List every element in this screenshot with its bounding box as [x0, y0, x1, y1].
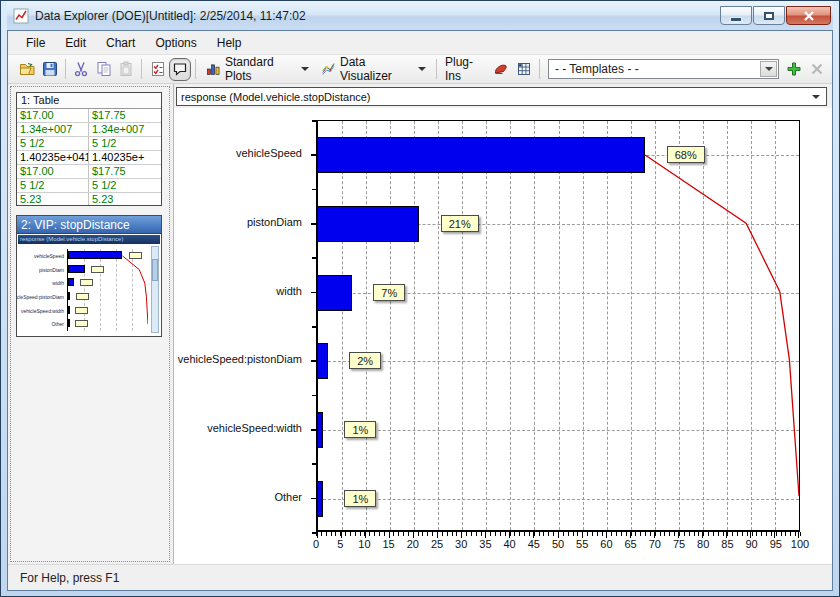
x-tick-label: 80: [697, 538, 709, 550]
comment-bubble-button[interactable]: [169, 58, 191, 81]
x-tick-label: 35: [479, 538, 491, 550]
vip-panel-title[interactable]: 2: VIP: stopDistance: [17, 216, 161, 234]
open-file-button[interactable]: [16, 58, 38, 81]
maximize-icon: [764, 12, 774, 20]
x-tick-label: 90: [745, 538, 757, 550]
delete-template-button[interactable]: [805, 58, 827, 81]
bar-value-label: 7%: [373, 284, 405, 301]
plugin-grid-button[interactable]: [512, 58, 534, 81]
window-title: Data Explorer (DOE)[Untitled]: 2/25/2014…: [35, 9, 712, 23]
table-cell: $17.75: [89, 109, 161, 122]
y-axis-labels: vehicleSpeedpistonDiamwidthvehicleSpeed:…: [174, 120, 308, 532]
x-tick-label: 70: [649, 538, 661, 550]
table-row[interactable]: 1.34e+0071.34e+007: [17, 123, 161, 137]
menu-help[interactable]: Help: [207, 33, 252, 53]
chevron-down-icon: [301, 67, 309, 75]
response-selector-value: response (Model.vehicle.stopDistance): [177, 91, 812, 103]
category-label: vehicleSpeed:width: [207, 422, 302, 434]
copy-button[interactable]: [92, 58, 114, 81]
toolbar: Standard Plots Data Visualizer Plug-Ins …: [8, 55, 832, 84]
menu-edit[interactable]: Edit: [55, 33, 96, 53]
table-row[interactable]: $17.00$17.75: [17, 109, 161, 123]
close-button[interactable]: [786, 6, 831, 25]
add-template-button[interactable]: [783, 58, 805, 81]
app-window: Data Explorer (DOE)[Untitled]: 2/25/2014…: [0, 0, 840, 597]
y-axis-tick: [312, 120, 316, 122]
paste-icon: [118, 61, 134, 77]
menu-options[interactable]: Options: [145, 33, 206, 53]
open-file-icon: [19, 61, 35, 77]
thumb-category-label: vehicleSpeed: [34, 253, 64, 259]
thumb-category-label: pistonDiam: [39, 267, 64, 273]
vip-thumbnail-header: response (Model.vehicle.stopDistance): [18, 235, 160, 244]
maximize-button[interactable]: [753, 6, 785, 25]
standard-plots-button[interactable]: Standard Plots: [200, 58, 315, 81]
title-bar[interactable]: Data Explorer (DOE)[Untitled]: 2/25/2014…: [7, 1, 833, 30]
scrollbar-thumb[interactable]: [152, 259, 158, 281]
table-cell: 5 1/2: [17, 179, 89, 192]
x-tick-label: 20: [407, 538, 419, 550]
save-button[interactable]: [38, 58, 60, 81]
table-cell: $17.00: [17, 165, 89, 178]
vip-thumbnail-scrollbar[interactable]: [151, 246, 159, 333]
thumb-category-label: width: [52, 280, 64, 286]
table-cell: 5 1/2: [89, 137, 161, 150]
data-visualizer-button[interactable]: Data Visualizer: [315, 58, 432, 81]
response-selector-row: response (Model.vehicle.stopDistance): [174, 84, 832, 108]
checklist-button[interactable]: [146, 58, 168, 81]
y-axis-tick: [311, 498, 316, 500]
table-panel[interactable]: 1: Table $17.00$17.751.34e+0071.34e+0075…: [16, 92, 162, 206]
x-tick-label: 60: [600, 538, 612, 550]
templates-combobox[interactable]: - - Templates - -: [548, 59, 779, 79]
x-tick-label: 95: [770, 538, 782, 550]
cut-button[interactable]: [70, 58, 92, 81]
bar-value-label: 2%: [349, 352, 381, 369]
vip-thumbnail-chart: vehicleSpeedpistonDiamwidthvehicleSpeed:…: [19, 247, 150, 333]
chevron-down-icon: [765, 67, 773, 75]
bar-value-label: 68%: [667, 146, 705, 163]
table-panel-title[interactable]: 1: Table: [17, 93, 161, 109]
x-tick-label: 100: [791, 538, 809, 550]
x-tick-label: 10: [358, 538, 370, 550]
x-tick-label: 25: [431, 538, 443, 550]
table-row[interactable]: 1.40235e+0411.40235e+: [17, 151, 161, 165]
pareto-chart: vehicleSpeedpistonDiamwidthvehicleSpeed:…: [174, 108, 832, 564]
app-icon: [13, 8, 29, 24]
plugin-red-icon: [493, 61, 509, 77]
data-visualizer-icon: [321, 61, 336, 77]
toolbar-separator: [539, 59, 540, 79]
category-label: vehicleSpeed: [236, 147, 302, 159]
save-icon: [42, 61, 58, 77]
x-tick-label: 65: [624, 538, 636, 550]
table-row[interactable]: 5.235.23: [17, 193, 161, 206]
thumb-category-label: vehicleSpeed:width: [21, 308, 64, 314]
table-cell: $17.75: [89, 165, 161, 178]
table-row[interactable]: 5 1/25 1/2: [17, 137, 161, 151]
y-axis-tick: [311, 360, 316, 362]
menu-chart[interactable]: Chart: [96, 33, 145, 53]
plugin-grid-icon: [516, 61, 532, 77]
table-cell: 5.23: [89, 193, 161, 206]
cumulative-line: [318, 121, 799, 530]
paste-button[interactable]: [115, 58, 137, 81]
templates-dropdown-button[interactable]: [760, 61, 777, 77]
table-row[interactable]: $17.00$17.75: [17, 165, 161, 179]
table-row[interactable]: 5 1/25 1/2: [17, 179, 161, 193]
plugin-red-button[interactable]: [490, 58, 512, 81]
menu-file[interactable]: File: [16, 33, 55, 53]
response-selector[interactable]: response (Model.vehicle.stopDistance): [176, 87, 827, 106]
vip-thumbnail[interactable]: response (Model.vehicle.stopDistance) ve…: [17, 234, 161, 336]
add-template-icon: [786, 61, 802, 77]
x-axis-labels: 0510152025303540455055606570758085909510…: [316, 538, 800, 552]
bar-value-label: 1%: [344, 490, 376, 507]
vip-panel[interactable]: 2: VIP: stopDistance response (Model.veh…: [16, 215, 162, 337]
minimize-icon: [731, 18, 741, 21]
y-axis-tick: [311, 223, 316, 225]
standard-plots-label: Standard Plots: [225, 55, 297, 83]
minimize-button[interactable]: [720, 6, 752, 25]
plugins-menu[interactable]: Plug-Ins: [441, 55, 490, 83]
chevron-down-icon: [418, 67, 426, 75]
toolbar-separator: [141, 59, 142, 79]
category-label: width: [276, 285, 302, 297]
toolbar-separator: [195, 59, 196, 79]
